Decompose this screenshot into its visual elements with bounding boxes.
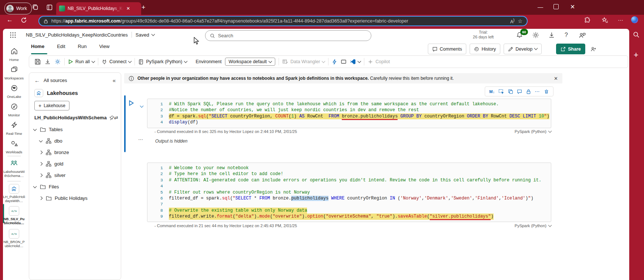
spark-bolt-icon[interactable]: [332, 59, 337, 65]
back-icon[interactable]: ←: [7, 16, 13, 24]
window-maximize-button[interactable]: [553, 4, 559, 9]
sidebar-item-home[interactable]: Home: [3, 47, 25, 62]
to-markdown-icon[interactable]: M↓: [489, 89, 495, 94]
browser-menu-icon[interactable]: …: [618, 16, 624, 22]
code-line[interactable]: 9filtered_df.write.format("delta").mode(…: [147, 214, 551, 219]
tree-item-public-holidays[interactable]: Public Holidays: [40, 195, 131, 201]
chevron-expanded-icon[interactable]: [39, 139, 43, 143]
tree-item-silver[interactable]: silver: [40, 173, 131, 178]
workspace-selector[interactable]: Workspace default: [225, 58, 275, 66]
tree-item-files[interactable]: Files: [34, 184, 125, 189]
tree-item-tables[interactable]: Tables: [34, 127, 125, 132]
chevron-expanded-icon[interactable]: [33, 127, 37, 131]
code-line[interactable]: 3df = spark.sql("SELECT countryOrRegion,…: [147, 113, 551, 119]
tab-view[interactable]: View: [99, 44, 109, 49]
code-line[interactable]: 8# Overwrite the existing table with onl…: [147, 208, 551, 214]
code-line[interactable]: 2#Notice the number of countries, we wil…: [147, 107, 551, 113]
favorites-list-icon[interactable]: [602, 17, 609, 24]
cell-kernel-selector[interactable]: PySpark (Python): [492, 223, 551, 228]
cell-kernel-selector[interactable]: PySpark (Python): [492, 129, 551, 134]
save-icon[interactable]: [34, 58, 41, 65]
search-input[interactable]: Search: [205, 30, 371, 41]
feedback-icon[interactable]: [579, 32, 586, 39]
sidebar-item-lakehouse[interactable]: LH_PublicHolidaysWith…: [3, 184, 25, 203]
share-button[interactable]: Share: [556, 44, 585, 54]
refresh-icon[interactable]: [21, 17, 27, 23]
sidebar-item-onelake[interactable]: OneLake: [3, 84, 25, 99]
add-lakehouse-button[interactable]: + Lakehouse: [34, 101, 69, 110]
sidebar-item-monitor[interactable]: Monitor: [3, 103, 25, 117]
tab-run[interactable]: Run: [78, 44, 87, 49]
code-line[interactable]: 2# Type here in the cell editor to add c…: [147, 171, 551, 177]
session-settings-icon[interactable]: [54, 58, 61, 65]
output-more-icon[interactable]: ⋯: [138, 137, 143, 142]
more-actions-icon[interactable]: ⋯: [535, 89, 540, 94]
back-arrow-icon[interactable]: ←: [34, 77, 40, 83]
tab-close-icon[interactable]: ✕: [126, 6, 130, 11]
waffle-menu-icon[interactable]: [10, 32, 16, 38]
run-cell-button[interactable]: [128, 100, 134, 106]
code-line[interactable]: 5# Filter out rows where countryOrRegion…: [147, 189, 551, 195]
export-icon[interactable]: [44, 58, 51, 65]
chevron-collapsed-icon[interactable]: [39, 174, 43, 177]
chevron-collapsed-icon[interactable]: [39, 197, 43, 200]
code-line[interactable]: 1# Welcome to your new notebook: [147, 165, 551, 171]
window-close-button[interactable]: ✕: [570, 3, 575, 10]
copilot-button[interactable]: Copilot: [368, 59, 390, 65]
vertical-tabs-icon[interactable]: [46, 4, 53, 11]
pin-icon[interactable]: [109, 115, 114, 120]
code-line[interactable]: 4: [147, 183, 551, 189]
code-cell-1[interactable]: 1# With Spark SQL, Please run the query …: [147, 99, 551, 128]
help-icon[interactable]: ?: [565, 32, 568, 38]
vscode-button[interactable]: [350, 59, 361, 65]
code-line[interactable]: 3# ATTENTION: AI-generated code can incl…: [147, 177, 551, 183]
notifications-bell-icon[interactable]: 60: [516, 31, 523, 39]
code-line[interactable]: 4display(df): [147, 119, 551, 125]
environment-label[interactable]: Environment: [195, 59, 221, 64]
chevron-expanded-icon[interactable]: [33, 185, 37, 188]
url-bar[interactable]: https://app.fabric.microsoft.com/groups/…: [38, 16, 528, 26]
download-icon[interactable]: [548, 32, 555, 38]
comments-button[interactable]: Comments: [428, 44, 466, 54]
tree-item-bronze[interactable]: bronze: [40, 150, 131, 155]
code-cell-2[interactable]: 1# Welcome to your new notebook2# Type h…: [147, 163, 551, 222]
code-line[interactable]: 6filtered_df = spark.sql("SELECT * FROM …: [147, 195, 551, 201]
frame-icon[interactable]: [341, 59, 347, 65]
lakehouse-name[interactable]: LH_PublicHolidaysWithSchema: [34, 115, 107, 120]
extensions-icon[interactable]: [584, 17, 591, 24]
browser-tab[interactable]: NB_SILV_PublicHolidays_KeepNor ✕: [56, 2, 141, 15]
sidebar-add-icon[interactable]: +: [634, 50, 638, 60]
save-status[interactable]: Saved: [136, 32, 154, 38]
lock-cell-icon[interactable]: [526, 89, 531, 94]
copilot-icon[interactable]: [631, 16, 638, 23]
connect-button[interactable]: Connect: [102, 59, 132, 65]
copy-cell-icon[interactable]: [508, 89, 513, 94]
comment-cell-icon[interactable]: [517, 89, 522, 94]
run-all-button[interactable]: Run all: [68, 59, 95, 64]
all-sources-label[interactable]: All sources: [44, 78, 67, 83]
delete-cell-icon[interactable]: [544, 89, 549, 94]
window-minimize-button[interactable]: —: [538, 4, 543, 10]
tree-item-dbo[interactable]: dbo: [40, 138, 131, 144]
sidebar-item-workspaces[interactable]: Workspaces: [3, 66, 25, 80]
run-cell-options-icon[interactable]: [140, 104, 144, 108]
develop-button[interactable]: Develop: [504, 44, 542, 54]
code-line[interactable]: 1# With Spark SQL, Please run the query …: [147, 101, 551, 107]
collections-icon[interactable]: [32, 4, 39, 11]
history-button[interactable]: History: [470, 44, 500, 54]
sidebar-item-notebook-bronze[interactable]: </> NB_BRON_PublicHolid…: [3, 229, 25, 248]
select-cell-icon[interactable]: [498, 89, 504, 94]
sidebar-item-realtime[interactable]: Real-Time: [3, 121, 25, 136]
shared-users-icon[interactable]: [590, 46, 597, 52]
new-tab-button[interactable]: +: [142, 4, 146, 11]
read-aloud-icon[interactable]: A): [510, 18, 514, 24]
data-wrangler-button[interactable]: Data Wrangler: [282, 59, 325, 65]
kernel-selector[interactable]: PySpark (Python): [138, 59, 187, 65]
favorite-star-icon[interactable]: ☆: [518, 18, 522, 24]
tab-home[interactable]: Home: [31, 44, 44, 49]
chevron-collapsed-icon[interactable]: [39, 151, 43, 154]
collapse-panel-icon[interactable]: «: [113, 77, 116, 83]
code-line[interactable]: 7: [147, 201, 551, 207]
chevron-collapsed-icon[interactable]: [39, 162, 43, 166]
switch-lakehouse-icon[interactable]: ⇄: [114, 115, 118, 120]
